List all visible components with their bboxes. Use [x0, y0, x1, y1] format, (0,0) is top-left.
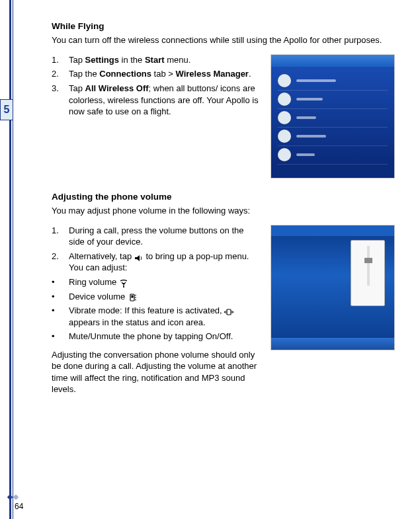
section2-image-col: [271, 225, 395, 395]
step-1: 1. Tap Settings in the Start menu.: [52, 54, 260, 66]
section2-steps: 1. During a call, press the volume butto…: [52, 225, 260, 274]
section2-note: Adjusting the conversation phone volume …: [52, 349, 260, 395]
step-text: Tap the Connections tab > Wireless Manag…: [69, 68, 260, 80]
volume-popup-screenshot: [271, 225, 395, 350]
page-number: 64: [15, 502, 23, 511]
page-content: While Flying You can turn off the wirele…: [52, 0, 420, 395]
bullet-marker: •: [52, 276, 69, 288]
step-2: 2. Tap the Connections tab > Wireless Ma…: [52, 68, 260, 80]
step-num: 1.: [52, 54, 69, 66]
bullet-marker: •: [52, 331, 69, 342]
bullet-text: Device volume: [69, 291, 260, 303]
bullet-text: Ring volume: [69, 276, 260, 288]
bullet-marker: •: [52, 291, 69, 303]
step-num: 3.: [52, 83, 69, 118]
step-text: Alternatively, tap to bring up a pop-up …: [69, 251, 260, 274]
page-ornament: [8, 495, 18, 499]
step-2: 2. Alternatively, tap to bring up a pop-…: [52, 251, 260, 274]
step-1: 1. During a call, press the volume butto…: [52, 225, 260, 248]
section2-bullets: • Ring volume • Device volume • Vibrate …: [52, 276, 260, 342]
section2-body: 1. During a call, press the volume butto…: [52, 225, 413, 395]
speaker-icon: [134, 253, 144, 260]
antenna-icon: [119, 279, 128, 287]
step-text: Tap All Wireless Off; when all buttons/ …: [69, 83, 260, 118]
vibrate-icon: [224, 307, 233, 315]
bullet-mute: • Mute/Unmute the phone by tapping On/Of…: [52, 331, 260, 342]
wireless-manager-screenshot: [271, 54, 395, 179]
step-text: Tap Settings in the Start menu.: [69, 54, 260, 66]
section2-text: 1. During a call, press the volume butto…: [52, 225, 260, 395]
section1-image-col: [271, 54, 395, 179]
phone-icon: [128, 293, 137, 301]
svg-point-0: [123, 286, 124, 288]
section1-intro: You can turn off the wireless connection…: [52, 35, 413, 46]
section1-steps: 1. Tap Settings in the Start menu. 2. Ta…: [52, 54, 260, 118]
section1-body: 1. Tap Settings in the Start menu. 2. Ta…: [52, 54, 413, 179]
vertical-rule-inner: [13, 0, 13, 519]
step-3: 3. Tap All Wireless Off; when all button…: [52, 83, 260, 118]
step-num: 2.: [52, 68, 69, 80]
step-num: 1.: [52, 225, 69, 248]
svg-rect-3: [227, 309, 231, 315]
svg-rect-2: [131, 296, 133, 298]
vertical-rule-outer: [9, 0, 11, 519]
bullet-vibrate: • Vibrate mode: If this feature is activ…: [52, 305, 260, 328]
section1-heading: While Flying: [52, 21, 413, 31]
section1-text: 1. Tap Settings in the Start menu. 2. Ta…: [52, 54, 260, 179]
bullet-text: Mute/Unmute the phone by tapping On/Off.: [69, 331, 260, 342]
bullet-marker: •: [52, 305, 69, 328]
step-num: 2.: [52, 251, 69, 274]
bullet-text: Vibrate mode: If this feature is activat…: [69, 305, 260, 328]
step-text: During a call, press the volume buttons …: [69, 225, 260, 248]
bullet-ring-volume: • Ring volume: [52, 276, 260, 288]
section2-intro: You may adjust phone volume in the follo…: [52, 206, 413, 217]
bullet-device-volume: • Device volume: [52, 291, 260, 303]
section2-heading: Adjusting the phone volume: [52, 192, 413, 202]
chapter-tab: 5: [0, 99, 13, 120]
